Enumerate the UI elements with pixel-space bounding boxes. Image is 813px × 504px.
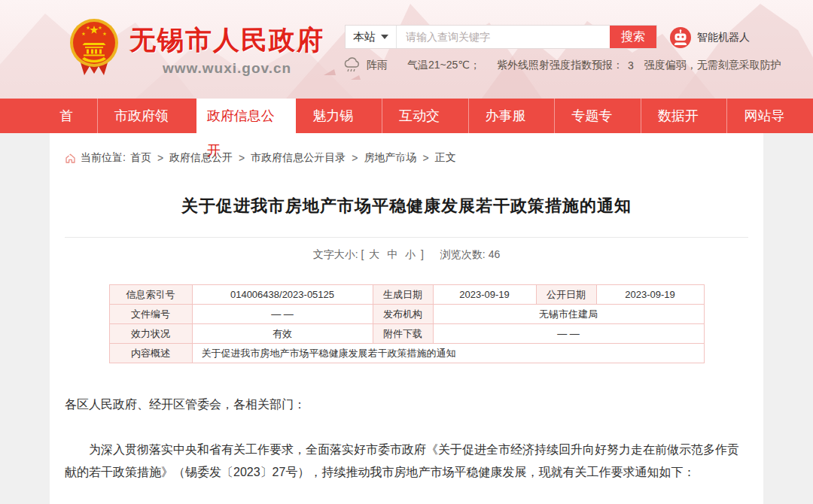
validity-label: 效力状况 [109, 324, 192, 344]
rain-cloud-icon [343, 57, 361, 74]
generate-date-value: 2023-09-19 [433, 285, 536, 305]
breadcrumb-separator: > [157, 152, 163, 164]
weather-uv-index: 3 [628, 59, 634, 71]
summary-label: 内容概述 [109, 344, 192, 363]
weather-uv-advice: 强度偏弱，无需刻意采取防护 [644, 59, 781, 72]
publish-date-label: 公开日期 [536, 285, 596, 305]
content-card: 当前位置: 首页 > 政府信息公开 > 市政府信息公开目录 > 房地产市场 > … [50, 133, 763, 504]
index-number-label: 信息索引号 [109, 285, 192, 305]
nav-item-leaders[interactable]: 市政府领导 [97, 99, 196, 133]
font-size-large[interactable]: 大 [369, 248, 379, 260]
body-paragraph-salutation: 各区人民政府、经开区管委会，各相关部门： [65, 393, 748, 416]
agency-label: 发布机构 [373, 305, 433, 324]
search-button[interactable]: 搜索 [610, 26, 656, 48]
site-identity: 无锡市人民政府 www.wuxi.gov.cn [129, 23, 324, 77]
attachment-value: — — [433, 324, 704, 344]
breadcrumb-item-directory[interactable]: 市政府信息公开目录 [251, 151, 346, 165]
nav-item-site-map[interactable]: 网站导航 [726, 99, 813, 133]
index-number-value: 014006438/2023-05125 [192, 285, 373, 305]
attachment-label: 附件下载 [373, 324, 433, 344]
breadcrumb-separator: > [352, 152, 358, 164]
search-input[interactable] [397, 26, 610, 48]
body-paragraph-intro: 为深入贯彻落实中央和省有关工作要求，全面落实好市委市政府《关于促进全市经济持续回… [65, 439, 748, 484]
table-row: 内容概述 关于促进我市房地产市场平稳健康发展若干政策措施的通知 [109, 344, 704, 363]
table-row: 效力状况 有效 附件下载 — — [109, 324, 704, 344]
main-navigation: 首页 市政府领导 政府信息公开 魅力锡城 互动交流 办事服务 专题专栏 数据开放… [0, 99, 813, 133]
breadcrumb-item-home[interactable]: 首页 [130, 151, 151, 165]
national-emblem-logo [69, 18, 119, 78]
table-row: 文件编号 — — 发布机构 无锡市住建局 [109, 305, 704, 324]
site-title: 无锡市人民政府 [129, 23, 324, 58]
site-header: 无锡市人民政府 www.wuxi.gov.cn 本站 搜索 智能机器人 阵雨 [0, 0, 813, 99]
robot-icon [670, 27, 691, 48]
nav-item-services[interactable]: 办事服务 [468, 99, 555, 133]
agency-value: 无锡市住建局 [433, 305, 704, 324]
font-size-label: 文字大小: [313, 248, 358, 260]
table-row: 信息索引号 014006438/2023-05125 生成日期 2023-09-… [109, 285, 704, 305]
views-label: 浏览次数: [440, 248, 486, 260]
weather-condition: 阵雨 [367, 59, 388, 72]
views-count: 46 [489, 248, 501, 260]
font-size-medium[interactable]: 中 [387, 248, 397, 260]
watercolor-mountains-decoration [0, 0, 813, 99]
title-divider [65, 237, 748, 238]
breadcrumb-item-gov-info[interactable]: 政府信息公开 [169, 151, 233, 165]
weather-strip: 阵雨 气温21~25℃； 紫外线照射强度指数预报： 3 强度偏弱，无需刻意采取防… [343, 56, 813, 75]
nav-item-home[interactable]: 首页 [48, 99, 97, 133]
search-scope-dropdown[interactable]: 本站 [346, 26, 397, 48]
font-size-bracket-close: ] [421, 248, 424, 260]
summary-value: 关于促进我市房地产市场平稳健康发展若干政策措施的通知 [192, 344, 704, 363]
nav-item-special-topics[interactable]: 专题专栏 [554, 99, 641, 133]
smart-robot-entry[interactable]: 智能机器人 [670, 27, 750, 48]
article-body: 各区人民政府、经开区管委会，各相关部门： 为深入贯彻落实中央和省有关工作要求，全… [65, 393, 748, 484]
breadcrumb-item-current: 正文 [435, 151, 456, 165]
nav-item-interaction[interactable]: 互动交流 [382, 99, 468, 133]
chevron-down-icon [381, 35, 388, 39]
font-size-bracket-open: [ [361, 248, 364, 260]
page-background: 当前位置: 首页 > 政府信息公开 > 市政府信息公开目录 > 房地产市场 > … [0, 133, 813, 504]
font-size-small[interactable]: 小 [405, 248, 416, 260]
publish-date-value: 2023-09-19 [596, 285, 704, 305]
nav-item-open-data[interactable]: 数据开放 [641, 99, 727, 133]
weather-uv-label: 紫外线照射强度指数预报： [497, 59, 623, 72]
doc-number-value: — — [192, 305, 373, 324]
site-url: www.wuxi.gov.cn [129, 60, 324, 77]
breadcrumb-separator: > [422, 152, 428, 164]
breadcrumb-separator: > [239, 152, 245, 164]
nav-item-gov-info-disclosure[interactable]: 政府信息公开 [196, 99, 296, 139]
article-meta-row: 文字大小: [ 大 中 小 ] 浏览次数:46 [65, 248, 748, 262]
generate-date-label: 生成日期 [373, 285, 433, 305]
search-scope-label: 本站 [353, 30, 376, 44]
weather-temperature: 气温21~25℃； [407, 59, 480, 72]
nav-item-charming-city[interactable]: 魅力锡城 [296, 99, 382, 133]
document-info-table: 信息索引号 014006438/2023-05125 生成日期 2023-09-… [109, 284, 705, 363]
robot-label: 智能机器人 [697, 31, 750, 44]
article-title: 关于促进我市房地产市场平稳健康发展若干政策措施的通知 [65, 195, 748, 217]
search-bar: 本站 搜索 [345, 25, 657, 49]
doc-number-label: 文件编号 [109, 305, 192, 324]
validity-value: 有效 [192, 324, 373, 344]
